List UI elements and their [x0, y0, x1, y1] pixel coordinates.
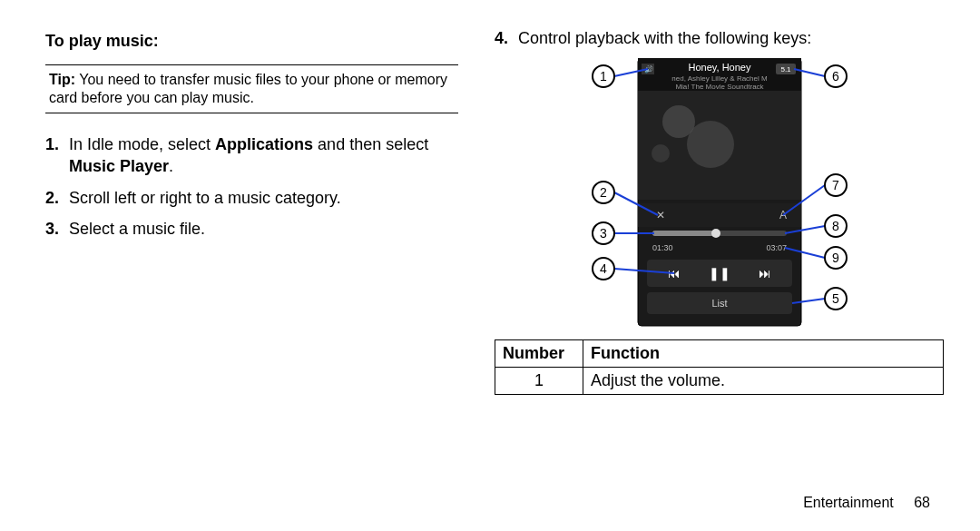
step-1-text-a: In Idle mode, select — [69, 135, 215, 153]
step-2-number: 2. — [45, 187, 59, 209]
step-4: 4. Control playback with the following k… — [518, 27, 944, 49]
callout-1: 1 — [600, 69, 607, 84]
callout-5: 5 — [832, 291, 839, 306]
th-function: Function — [583, 340, 944, 368]
callout-9: 9 — [832, 251, 839, 265]
step-1-text-c: and then select — [313, 135, 428, 153]
list-button-label: List — [711, 298, 727, 309]
step-2: 2. Scroll left or right to a music categ… — [69, 187, 458, 209]
footer-section: Entertainment — [803, 495, 910, 510]
step-3: 3. Select a music file. — [69, 218, 458, 240]
td-function: Adjust the volume. — [583, 368, 944, 395]
step-1-text-e: . — [169, 157, 173, 175]
player-song-title: Honey, Honey — [688, 62, 750, 73]
svg-rect-8 — [652, 231, 716, 236]
callout-3: 3 — [600, 226, 607, 241]
page-footer: Entertainment 68 — [803, 495, 930, 511]
pause-icon[interactable]: ❚❚ — [709, 266, 730, 281]
callout-8: 8 — [832, 219, 839, 233]
callout-2: 2 — [600, 185, 607, 200]
player-song-sub1: ned, Ashley Lilley & Rachel M — [671, 74, 768, 83]
step-1-number: 1. — [45, 133, 59, 155]
time-current: 01:30 — [652, 243, 673, 252]
next-icon[interactable]: ⏭ — [759, 266, 771, 280]
music-player-diagram: Honey, Honey ned, Ashley Lilley & Rachel… — [538, 58, 901, 330]
step-1-bold-applications: Applications — [215, 135, 313, 153]
progress-handle[interactable] — [711, 229, 720, 238]
tip-box: Tip: You need to transfer music files to… — [45, 64, 458, 113]
svg-point-6 — [687, 121, 734, 168]
step-4-text: Control playback with the following keys… — [518, 29, 811, 47]
callout-6: 6 — [832, 69, 839, 84]
step-2-text: Scroll left or right to a music category… — [69, 189, 341, 207]
step-3-number: 3. — [45, 218, 59, 240]
td-number: 1 — [495, 368, 583, 395]
callout-7: 7 — [832, 178, 839, 192]
step-4-number: 4. — [495, 27, 508, 49]
svg-point-5 — [652, 144, 670, 162]
th-number: Number — [495, 340, 583, 368]
table-row: 1 Adjust the volume. — [495, 368, 944, 395]
step-3-text: Select a music file. — [69, 220, 205, 238]
callout-4: 4 — [600, 261, 607, 276]
badge-5-1-text: 5.1 — [780, 65, 791, 74]
player-song-sub2: Mia! The Movie Soundtrack — [675, 83, 764, 91]
tip-label: Tip: — [49, 72, 75, 87]
footer-page: 68 — [914, 495, 930, 510]
tip-body: You need to transfer music files to your… — [49, 72, 447, 105]
step-1-bold-music-player: Music Player — [69, 157, 169, 175]
function-table: Number Function 1 Adjust the volume. — [495, 339, 944, 395]
heading-to-play-music: To play music: — [45, 32, 458, 51]
time-total: 03:07 — [766, 243, 787, 252]
step-1: 1. In Idle mode, select Applications and… — [69, 133, 458, 178]
